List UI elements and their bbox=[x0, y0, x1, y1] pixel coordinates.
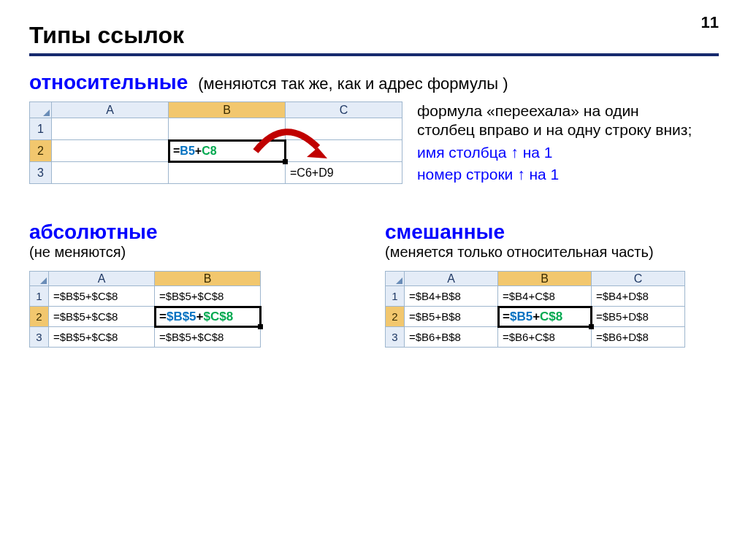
absolute-heading: абсолютные bbox=[29, 220, 363, 244]
fill-handle bbox=[283, 159, 288, 164]
cell: =$B6+C$8 bbox=[498, 327, 592, 348]
sheet-corner bbox=[386, 272, 405, 286]
cell: =$B$5+$C$8 bbox=[155, 286, 261, 307]
col-header: C bbox=[286, 102, 402, 118]
side-blue-line: номер строки ↑ на 1 bbox=[417, 165, 695, 184]
cell bbox=[52, 162, 169, 184]
cell: =$B$5+$C$8 bbox=[49, 327, 155, 348]
fill-handle bbox=[589, 324, 594, 329]
mixed-paren: (меняется только относительная часть) bbox=[385, 244, 719, 261]
cell: =$B6+B$8 bbox=[405, 327, 498, 348]
col-header: B bbox=[155, 272, 261, 286]
absolute-column: абсолютные (не меняются) A B 1 =$B$5+$C$… bbox=[29, 220, 363, 348]
cell: =C6+D9 bbox=[286, 162, 402, 184]
ref: $B$5 bbox=[167, 310, 196, 323]
relative-heading: относительные bbox=[29, 71, 188, 94]
cell: =$B$5+$C$8 bbox=[49, 286, 155, 307]
relative-sheet-wrap: A B C 1 2 =B5+C8 3 bbox=[29, 101, 402, 184]
cell: =$B5+B$8 bbox=[405, 307, 498, 327]
row-header: 2 bbox=[30, 307, 49, 327]
cell-text: = bbox=[159, 310, 167, 323]
active-cell: =$B$5+$C$8 bbox=[155, 307, 261, 327]
ref-b5: B5 bbox=[180, 145, 194, 157]
cell: =$B5+D$8 bbox=[592, 307, 685, 327]
absolute-paren: (не меняются) bbox=[29, 244, 363, 261]
relative-header: относительные (меняются так же, как и ад… bbox=[29, 71, 719, 94]
col-header: B bbox=[498, 272, 592, 286]
side-line: формула «переехала» на один столбец впра… bbox=[417, 101, 695, 140]
cell: =$B6+D$8 bbox=[592, 327, 685, 348]
row-header: 3 bbox=[30, 162, 52, 184]
col-header: A bbox=[405, 272, 498, 286]
col-header: A bbox=[52, 102, 169, 118]
cell bbox=[169, 162, 286, 184]
row-header: 2 bbox=[386, 307, 405, 327]
cell-text: + bbox=[195, 145, 202, 157]
row-header: 2 bbox=[30, 140, 52, 162]
page-number: 11 bbox=[701, 13, 719, 32]
cell bbox=[52, 140, 169, 162]
sheet-corner bbox=[30, 102, 52, 118]
ref-c8: C8 bbox=[202, 145, 216, 157]
cell: =$B4+C$8 bbox=[498, 286, 592, 307]
col-header: C bbox=[592, 272, 685, 286]
cell-text: + bbox=[196, 310, 204, 323]
ref: $B5 bbox=[510, 310, 533, 323]
row-header: 3 bbox=[30, 327, 49, 348]
ref: C$8 bbox=[540, 310, 562, 323]
fill-handle bbox=[258, 324, 263, 329]
title-divider bbox=[29, 53, 719, 56]
cell bbox=[169, 118, 286, 140]
cell-text: = bbox=[173, 145, 180, 157]
row-header: 1 bbox=[386, 286, 405, 307]
page-title: Типы ссылок bbox=[29, 22, 719, 49]
col-header: A bbox=[49, 272, 155, 286]
cell bbox=[286, 140, 402, 162]
relative-sheet: A B C 1 2 =B5+C8 3 bbox=[29, 101, 402, 184]
cell bbox=[52, 118, 169, 140]
row-header: 1 bbox=[30, 286, 49, 307]
active-cell: =$B5+C$8 bbox=[498, 307, 592, 327]
row-header: 3 bbox=[386, 327, 405, 348]
mixed-column: смешанные (меняется только относительная… bbox=[385, 220, 719, 348]
cell: =$B4+D$8 bbox=[592, 286, 685, 307]
sheet-corner bbox=[30, 272, 49, 286]
mixed-heading: смешанные bbox=[385, 220, 719, 244]
cell: =$B$5+$C$8 bbox=[49, 307, 155, 327]
cell: =$B$5+$C$8 bbox=[155, 327, 261, 348]
cell: =$B4+B$8 bbox=[405, 286, 498, 307]
cell-text: = bbox=[503, 310, 510, 323]
cell bbox=[286, 118, 402, 140]
absolute-sheet: A B 1 =$B$5+$C$8 =$B$5+$C$8 2 =$B$5+$C$8… bbox=[29, 271, 261, 348]
side-blue-line: имя столбца ↑ на 1 bbox=[417, 143, 695, 162]
active-cell: =B5+C8 bbox=[169, 140, 286, 162]
relative-side-text: формула «переехала» на один столбец впра… bbox=[417, 101, 695, 184]
row-header: 1 bbox=[30, 118, 52, 140]
mixed-sheet: A B C 1 =$B4+B$8 =$B4+C$8 =$B4+D$8 2 =$B… bbox=[385, 271, 685, 348]
cell-text: + bbox=[533, 310, 540, 323]
relative-paren: (меняются так же, как и адрес формулы ) bbox=[198, 74, 508, 93]
col-header: B bbox=[169, 102, 286, 118]
ref: $C$8 bbox=[204, 310, 234, 323]
